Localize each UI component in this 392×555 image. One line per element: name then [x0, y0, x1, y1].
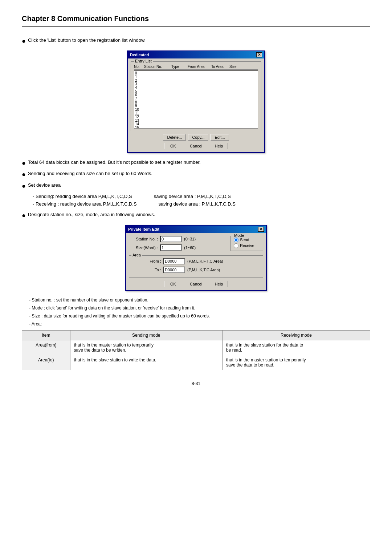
list-item: 1 [135, 75, 257, 79]
entry-list-label: Entry List [134, 59, 153, 63]
station-no-hint: (0~31) [184, 237, 196, 241]
list-item: 15 [135, 126, 257, 129]
area-group-label: Area [131, 253, 142, 257]
delete-button[interactable]: Delete... [163, 134, 186, 141]
private-help-button[interactable]: Help [210, 281, 228, 287]
size-input[interactable] [160, 244, 182, 251]
private-upper-section: Station No. : (0~31) Size(Word) : (1~60)… [129, 236, 263, 253]
private-close-button[interactable]: ✕ [258, 227, 264, 232]
receive-radio[interactable] [234, 243, 238, 248]
note-2: - Mode : click 'send' for writing data o… [29, 305, 370, 311]
sub-sending-value: saving device area : P,M,L,K,T,C,D,S [154, 194, 231, 199]
private-ok-button[interactable]: OK [164, 281, 182, 287]
from-label: From : [132, 259, 161, 263]
copy-button[interactable]: Copy... [188, 134, 208, 141]
dedicated-ok-button[interactable]: OK [164, 143, 182, 149]
col-header-sending: Sending mode [70, 330, 222, 340]
list-item: 3 [135, 82, 257, 86]
dedicated-action-buttons: Delete... Copy... Edit... [131, 134, 261, 141]
bullet-dot-1: ● [22, 37, 26, 45]
table-header-row: Item Sending mode Receiving mode [22, 330, 370, 340]
bullet-dot-3: ● [22, 171, 26, 179]
to-input[interactable] [163, 267, 185, 273]
list-item: 14 [135, 122, 257, 126]
from-hint: (P,M,L,K,F,T,C Area) [187, 259, 223, 263]
station-no-label: Station No. : [129, 237, 158, 241]
dedicated-confirm-buttons: OK Cancel Help [131, 143, 261, 149]
entry-list-body[interactable]: 0 1 2 3 4 5 6 7 8 9 10 11 12 13 14 15 16 [134, 70, 258, 129]
send-radio[interactable] [234, 238, 238, 242]
col-header-receiving: Receiving mode [222, 330, 370, 340]
col-no: No. [134, 65, 144, 69]
chapter-title: Chapter 8 Communication Functions [22, 15, 370, 27]
edit-button[interactable]: Edit... [211, 134, 229, 141]
dedicated-dialog-container: Dedicated ✕ Entry List No. Station No. T… [22, 50, 370, 153]
list-item: 6 [135, 93, 257, 97]
bullet-3: ● Sending and receiving data size can be… [22, 171, 370, 179]
note-3: - Size : data size for reading and writi… [29, 313, 370, 319]
list-item: 4 [135, 86, 257, 90]
dedicated-title: Dedicated [130, 53, 149, 57]
list-item: 2 [135, 79, 257, 82]
receive-radio-row: Receive [234, 243, 260, 248]
list-item: 9 [135, 104, 257, 108]
dedicated-title-bar: Dedicated ✕ [128, 51, 264, 58]
col-header-item: Item [22, 330, 70, 340]
private-fields: Station No. : (0~31) Size(Word) : (1~60) [129, 236, 225, 253]
mode-group-label: Mode [233, 233, 245, 238]
area-group: Area From : (P,M,L,K,F,T,C Area) To : (P… [129, 255, 263, 278]
col-size: Size [229, 65, 258, 69]
list-item: 0 [135, 72, 257, 75]
private-body: Station No. : (0~31) Size(Word) : (1~60)… [126, 233, 266, 290]
bullet-5: ● Designate station no., size, mode, are… [22, 212, 370, 220]
station-no-row: Station No. : (0~31) [129, 236, 225, 242]
dedicated-body: Entry List No. Station No. Type From Are… [128, 58, 264, 152]
bullet-dot-4: ● [22, 182, 26, 190]
bullet-dot-2: ● [22, 159, 26, 167]
size-label: Size(Word) : [129, 246, 158, 250]
bullet-2-text: Total 64 data blocks can be assigned. Bu… [28, 159, 201, 165]
area-from-sending: that is in the master station to tempora… [70, 340, 222, 355]
from-input[interactable] [163, 258, 185, 264]
note-1: - Station no. : set the number of the sl… [29, 297, 370, 303]
size-hint: (1~60) [184, 246, 196, 250]
area-to-label: Area(to) [22, 355, 70, 370]
table-row: Area(to) that is in the slave station to… [22, 355, 370, 370]
list-item: 7 [135, 97, 257, 101]
bullet-1-text: Click the 'List' button to open the regi… [28, 37, 146, 43]
dedicated-cancel-button[interactable]: Cancel [186, 143, 206, 149]
to-label: To : [132, 268, 161, 272]
dedicated-close-button[interactable]: ✕ [256, 52, 262, 57]
list-item: 12 [135, 115, 257, 119]
sub-receiving-label: - Receiving : reading device area P,M,L,… [33, 201, 137, 207]
to-row: To : (P,M,L,K,T,C Area) [132, 267, 260, 273]
area-from-receiving: that is in the slave station for the dat… [222, 340, 370, 355]
list-item: 11 [135, 112, 257, 115]
area-table: Item Sending mode Receiving mode Area(fr… [22, 330, 370, 370]
col-to: To Area [211, 65, 229, 69]
private-title-bar: Private Item Edit ✕ [126, 226, 266, 233]
from-row: From : (P,M,L,K,F,T,C Area) [132, 258, 260, 264]
col-from: From Area [188, 65, 211, 69]
list-item: 13 [135, 119, 257, 122]
bullet-3-text: Sending and receiving data size can be s… [28, 171, 152, 176]
col-station: Station No. [144, 65, 171, 69]
private-item-edit-dialog: Private Item Edit ✕ Station No. : (0~31)… [125, 225, 267, 291]
private-cancel-button[interactable]: Cancel [186, 281, 206, 287]
entry-list-header: No. Station No. Type From Area To Area S… [134, 64, 258, 70]
list-item: 10 [135, 108, 257, 112]
size-row: Size(Word) : (1~60) [129, 244, 225, 251]
table-row: Area(from) that is in the master station… [22, 340, 370, 355]
dedicated-help-button[interactable]: Help [210, 143, 228, 149]
entry-list-group: Entry List No. Station No. Type From Are… [131, 61, 261, 131]
area-from-label: Area(from) [22, 340, 70, 355]
sub-item-receiving: - Receiving : reading device area P,M,L,… [33, 201, 370, 207]
dedicated-dialog: Dedicated ✕ Entry List No. Station No. T… [127, 50, 265, 153]
send-label: Send [240, 238, 249, 242]
station-no-input[interactable] [160, 236, 182, 242]
bullet-5-text: Designate station no., size, mode, area … [28, 212, 155, 217]
to-hint: (P,M,L,K,T,C Area) [187, 268, 220, 272]
send-radio-row: Send [234, 238, 260, 242]
sub-sending-label: - Sending: reading device area P,M,L,K,T… [33, 194, 132, 199]
area-to-sending: that is in the slave station to write th… [70, 355, 222, 370]
